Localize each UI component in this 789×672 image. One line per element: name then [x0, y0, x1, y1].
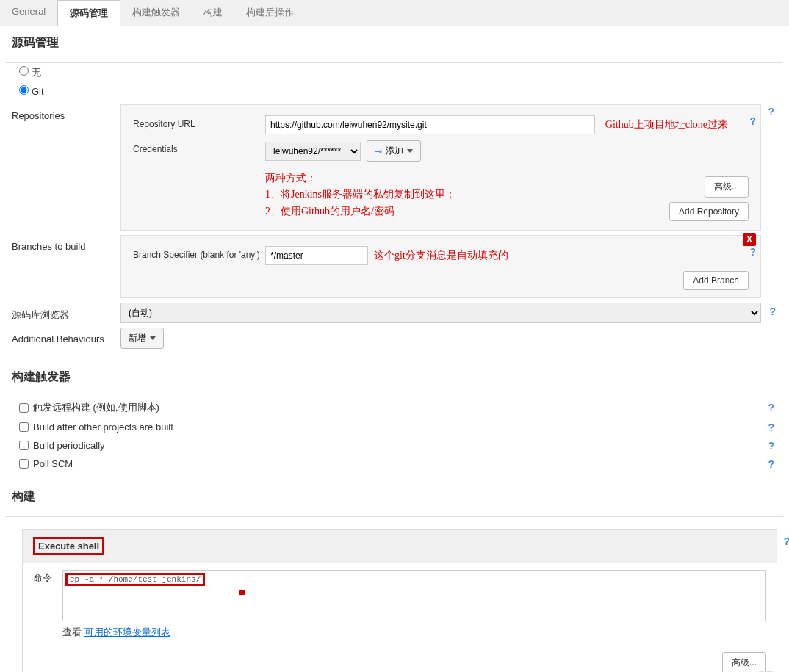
repository-panel: ? Repository URL Github上项目地址clone过来 Cred…	[120, 104, 761, 231]
tab-general[interactable]: General	[0, 0, 57, 26]
help-icon[interactable]: ?	[768, 402, 774, 413]
credentials-select[interactable]: leiwuhen92/******	[265, 142, 361, 161]
advanced-repo-button[interactable]: 高级...	[705, 176, 749, 198]
command-label: 命令	[33, 570, 62, 621]
annotation-branch: 这个git分支消息是自动填充的	[374, 249, 508, 262]
trigger-remote-label: 触发远程构建 (例如,使用脚本)	[33, 401, 159, 414]
scm-radio-none[interactable]: 无	[19, 67, 41, 78]
trigger-after-label: Build after other projects are built	[33, 422, 173, 433]
tab-post[interactable]: 构建后操作	[234, 0, 306, 26]
help-icon[interactable]: ?	[768, 106, 774, 118]
annotation-repo-url: Github上项目地址clone过来	[605, 118, 728, 131]
help-icon[interactable]: ?	[749, 246, 756, 258]
branch-panel: X ? Branch Specifier (blank for 'any') 这…	[120, 235, 761, 298]
help-icon[interactable]: ?	[749, 115, 756, 127]
trigger-periodic-checkbox[interactable]	[19, 441, 29, 450]
trigger-poll-checkbox[interactable]	[19, 459, 29, 469]
help-icon[interactable]: ?	[769, 306, 776, 317]
branches-label: Branches to build	[12, 235, 120, 252]
trigger-after-checkbox[interactable]	[19, 422, 29, 432]
advanced-build-button[interactable]: 高级...	[722, 652, 766, 672]
help-icon[interactable]: ?	[783, 535, 789, 547]
branch-specifier-input[interactable]	[265, 246, 368, 265]
scm-radio-git[interactable]: Git	[19, 86, 44, 97]
help-icon[interactable]: ?	[768, 422, 774, 433]
help-icon[interactable]: ?	[768, 458, 774, 470]
repositories-label: Repositories	[12, 104, 120, 121]
trigger-section-title: 构建触发器	[12, 369, 777, 385]
repo-url-input[interactable]	[265, 115, 595, 134]
build-section-title: 构建	[12, 489, 777, 505]
repo-url-label: Repository URL	[133, 115, 265, 129]
trigger-remote-checkbox[interactable]	[19, 403, 29, 413]
add-credentials-button[interactable]: 添加	[367, 140, 421, 162]
tab-build[interactable]: 构建	[192, 0, 234, 26]
add-behaviour-button[interactable]: 新增	[120, 328, 164, 349]
config-tabs: General 源码管理 构建触发器 构建 构建后操作	[0, 0, 789, 26]
env-vars-link[interactable]: 可用的环境变量列表	[84, 626, 170, 637]
branch-specifier-label: Branch Specifier (blank for 'any')	[133, 246, 265, 260]
see-label: 查看	[62, 626, 82, 637]
trigger-periodic-label: Build periodically	[33, 440, 105, 451]
repo-browser-label: 源码库浏览器	[12, 303, 120, 322]
delete-branch-button[interactable]: X	[743, 233, 756, 246]
execute-shell-title: Execute shell	[33, 537, 104, 555]
caret-down-icon	[150, 336, 156, 340]
additional-behaviours-label: Additional Behaviours	[12, 328, 120, 344]
credentials-label: Credentials	[133, 140, 265, 154]
key-icon	[375, 146, 382, 156]
trigger-poll-label: Poll SCM	[33, 458, 73, 469]
command-value: cp -a * /home/test_jenkins/	[65, 573, 205, 586]
command-textarea[interactable]: cp -a * /home/test_jenkins/	[62, 570, 766, 621]
tab-trigger[interactable]: 构建触发器	[120, 0, 192, 26]
execute-shell-panel: X ? Execute shell 命令 cp -a * /home/test_…	[22, 529, 777, 672]
repo-browser-select[interactable]: (自动)	[120, 303, 761, 323]
scm-section-title: 源码管理	[12, 35, 777, 51]
add-repository-button[interactable]: Add Repository	[669, 202, 749, 221]
add-branch-button[interactable]: Add Branch	[683, 271, 749, 290]
help-icon[interactable]: ?	[768, 440, 774, 452]
caret-down-icon	[407, 149, 413, 153]
annotation-dot	[239, 590, 245, 595]
tab-scm[interactable]: 源码管理	[57, 0, 120, 26]
